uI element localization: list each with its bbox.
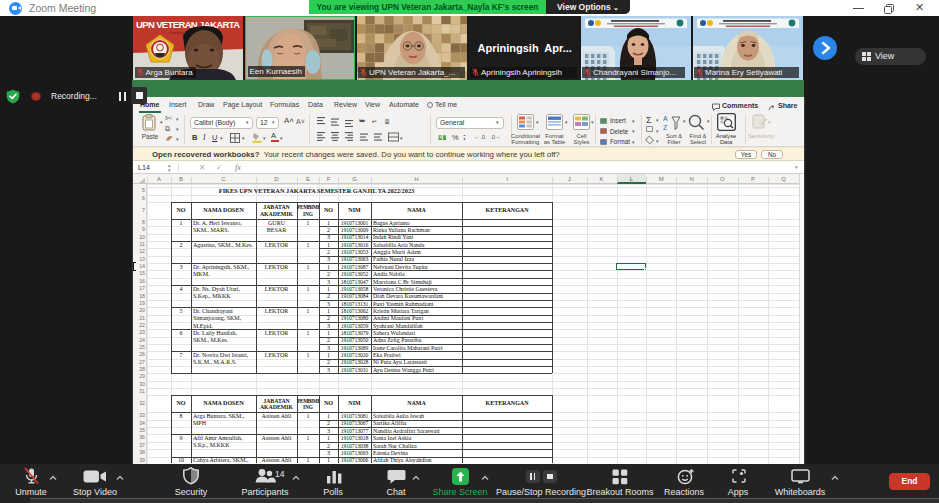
svg-text:UPN VETERAN JAKARTA: UPN VETERAN JAKARTA [136,19,240,30]
svg-text:A: A [663,115,668,122]
svg-text:Z: Z [663,124,668,131]
